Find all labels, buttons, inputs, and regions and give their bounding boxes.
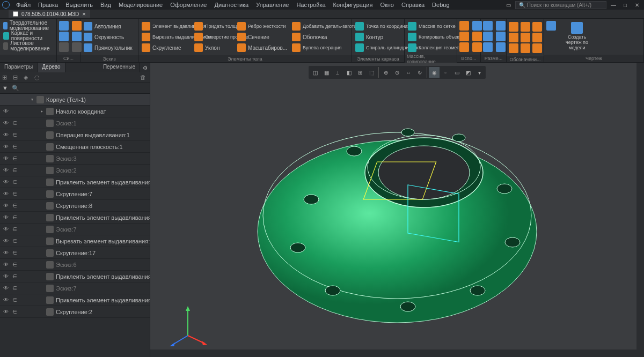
scale-tool[interactable]: Масштабиров...	[236, 42, 288, 53]
tree-item[interactable]: 👁▸Начало координат	[0, 106, 150, 117]
visibility-icon[interactable]: 👁	[2, 143, 10, 151]
visibility-icon[interactable]: 👁	[2, 308, 10, 316]
visibility-icon[interactable]: 👁	[2, 178, 10, 186]
visibility-icon[interactable]: 👁	[2, 285, 10, 292]
annot-icon[interactable]	[521, 22, 530, 32]
section-tool[interactable]: Сечение	[236, 32, 288, 42]
menu-конфигурация[interactable]: Конфигурация	[330, 1, 376, 9]
orientation-triad-icon[interactable]	[166, 303, 209, 346]
tree-item[interactable]: 👁∈Приклеить элемент выдавливания:4	[0, 294, 150, 306]
shell-tool[interactable]: Оболочка	[291, 32, 342, 42]
tree-item[interactable]: 👁∈Операция выдавливания:1	[0, 129, 150, 141]
document-tab[interactable]: 078.505.0.0104.00.M3D ×	[9, 10, 90, 18]
vt-icon[interactable]: ⊞	[355, 67, 365, 78]
minimize-button[interactable]: —	[609, 1, 618, 9]
include-icon[interactable]: ∈	[11, 190, 18, 198]
tree-item[interactable]: 👁∈Скругление:17	[0, 247, 150, 259]
tree-tool-icon[interactable]: ◈	[24, 74, 31, 81]
include-icon[interactable]: ∈	[11, 261, 18, 269]
add-part-tool[interactable]: Добавить деталь-заготов...	[291, 21, 342, 32]
annot-icon[interactable]	[509, 33, 518, 42]
annot-icon[interactable]	[532, 22, 542, 32]
menu-окно[interactable]: Окно	[377, 1, 397, 9]
menu-настройка[interactable]: Настройка	[293, 1, 328, 9]
dim-icon[interactable]	[496, 21, 506, 31]
tree-root[interactable]: ▾Корпус (Тел-1)	[0, 94, 150, 106]
drawing-icon[interactable]	[546, 21, 556, 31]
vt-icon[interactable]: ⬚	[366, 67, 377, 78]
circle-tool[interactable]: Окружность	[83, 32, 134, 42]
visibility-icon[interactable]: 👁	[2, 226, 10, 233]
delete-icon[interactable]: 🗑	[140, 74, 148, 81]
extrude-tool[interactable]: Элемент выдавливания	[141, 21, 190, 32]
menu-файл[interactable]: Файл	[13, 1, 34, 9]
ribbon-group-label[interactable]: Чертеж	[544, 55, 643, 62]
ribbon-group-label[interactable]: Си...	[57, 55, 80, 62]
dim-icon[interactable]	[483, 32, 493, 41]
menu-оформление[interactable]: Оформление	[167, 1, 210, 9]
annot-icon[interactable]	[509, 43, 518, 53]
menu-вид[interactable]: Вид	[97, 1, 114, 9]
include-icon[interactable]: ∈	[11, 273, 18, 280]
visibility-icon[interactable]: 👁	[2, 120, 10, 127]
sheet-modeling-mode[interactable]: Листовое моделирование	[3, 41, 53, 51]
include-icon[interactable]: ∈	[11, 226, 18, 233]
boolean-tool[interactable]: Булева операция	[291, 42, 342, 53]
ribbon-group-label[interactable]: Разме...	[481, 55, 506, 62]
expand-icon[interactable]: ▸	[41, 109, 46, 114]
hole-tool[interactable]: Отверстие простое	[193, 32, 233, 42]
solid-modeling-mode[interactable]: Твердотельное моделирование	[3, 21, 53, 31]
cut-extrude-tool[interactable]: Вырезать выдавливанием	[141, 32, 190, 42]
tree-item[interactable]: 👁∈Эскиз:2	[0, 165, 150, 176]
menu-управление[interactable]: Управление	[253, 1, 292, 9]
filter-icon[interactable]: ▼	[2, 85, 10, 92]
ribbon-group-label[interactable]: Эскиз	[80, 55, 138, 62]
dim-icon[interactable]	[483, 42, 493, 52]
tree-tool-icon[interactable]: ◌	[34, 74, 42, 81]
include-icon[interactable]: ∈	[11, 155, 18, 162]
include-icon[interactable]: ∈	[11, 202, 18, 210]
include-icon[interactable]: ∈	[11, 308, 18, 316]
tree-item[interactable]: 👁∈Эскиз:3	[0, 153, 150, 165]
ribbon-group-label[interactable]: Обозначени...	[507, 56, 544, 62]
vt-icon[interactable]: ⊕	[380, 67, 391, 78]
vt-icon[interactable]: ▾	[474, 67, 485, 78]
vt-icon[interactable]: ⟂	[332, 67, 343, 78]
visibility-icon[interactable]: 👁	[2, 214, 10, 221]
layout-icon[interactable]: ▭	[503, 1, 513, 9]
3d-viewport[interactable]: ◫ ▦ ⟂ ◧ ⊞ ⬚ ⊕ ⊙ ↔ ↻ ◉ ▫ ▭ ◩ ▾	[150, 63, 644, 357]
save-icon[interactable]	[59, 32, 69, 41]
visibility-icon[interactable]: 👁	[2, 108, 10, 115]
vt-icon[interactable]: ▫	[440, 67, 451, 78]
include-icon[interactable]: ∈	[11, 131, 18, 139]
ribbon-group-label[interactable]: Вспо...	[457, 55, 480, 62]
vt-icon[interactable]: ◫	[310, 67, 320, 78]
vt-shaded-icon[interactable]: ◉	[429, 67, 440, 78]
rib-tool[interactable]: Ребро жесткости	[236, 21, 288, 32]
include-icon[interactable]: ∈	[11, 249, 18, 257]
vt-icon[interactable]: ▭	[451, 67, 462, 78]
visibility-icon[interactable]: 👁	[2, 190, 10, 198]
menu-справка[interactable]: Справка	[398, 1, 428, 9]
command-search-input[interactable]: 🔍 Поиск по командам (Alt+/)	[515, 1, 606, 9]
include-icon[interactable]: ∈	[11, 285, 18, 292]
search-icon[interactable]: 🔍	[12, 85, 19, 92]
fillet-tool[interactable]: Скругление	[141, 42, 190, 53]
include-icon[interactable]: ∈	[11, 296, 18, 304]
tree-item[interactable]: 👁∈Смещенная плоскость:1	[0, 141, 150, 153]
annot-icon[interactable]	[509, 22, 518, 32]
vt-icon[interactable]: ◩	[463, 67, 473, 78]
annot-icon[interactable]	[532, 33, 542, 42]
undo-icon[interactable]	[59, 42, 69, 52]
panel-settings-icon[interactable]: ⚙	[140, 63, 150, 72]
draft-tool[interactable]: Уклон	[193, 42, 233, 53]
close-button[interactable]: ✕	[632, 1, 642, 9]
wireframe-mode[interactable]: Каркас и поверхности	[3, 31, 53, 41]
aux-icon[interactable]	[459, 21, 469, 31]
close-tab-icon[interactable]: ×	[82, 11, 85, 17]
vertical-scrollbar[interactable]	[636, 63, 644, 349]
tab-tree[interactable]: Дерево	[38, 63, 65, 72]
include-icon[interactable]: ∈	[11, 167, 18, 174]
menu-выделить[interactable]: Выделить	[62, 1, 96, 9]
tree-item[interactable]: 👁∈Эскиз:6	[0, 259, 150, 271]
